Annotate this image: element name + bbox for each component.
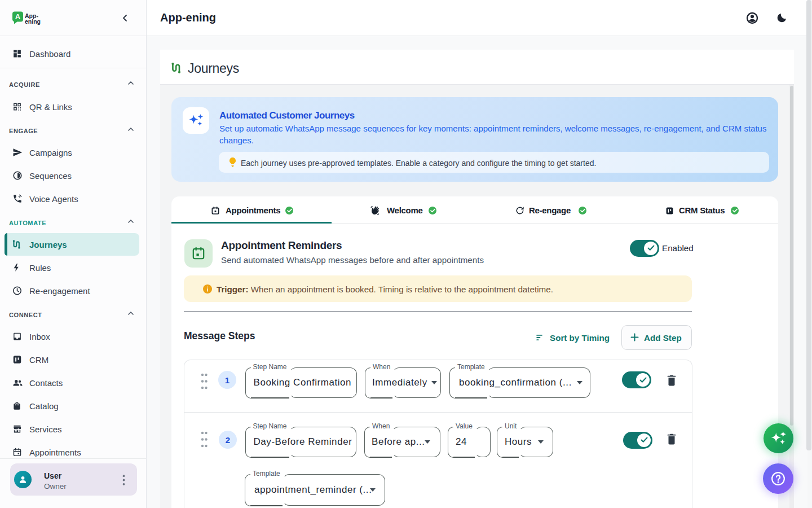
svg-text:A: A [15,12,21,21]
